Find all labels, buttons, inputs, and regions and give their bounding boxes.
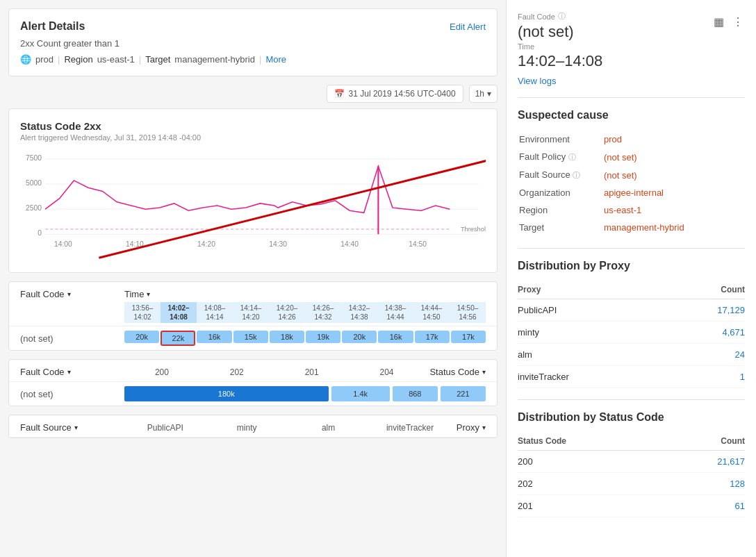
- dropdown-arrow-icon5: ▾: [74, 424, 78, 431]
- proxy-count: 1: [666, 366, 745, 388]
- fault-code-section: Fault Code ⓘ (not set): [518, 11, 574, 42]
- proxy-count: 17,129: [666, 299, 745, 322]
- more-options-button[interactable]: ⋮: [731, 14, 745, 30]
- target-value: management-hybrid: [174, 54, 255, 65]
- duration-select[interactable]: 1h ▾: [469, 85, 498, 103]
- chart-toolbar: 📅 31 Jul 2019 14:56 UTC-0400 1h ▾: [8, 85, 498, 103]
- environment-label: Environment: [519, 131, 602, 147]
- status-201-header: 201: [274, 367, 350, 377]
- dropdown-arrow-icon2: ▾: [147, 290, 150, 298]
- fault-status-table: Fault Code ▾ 200 202 201 204 Status Code…: [8, 359, 498, 406]
- fault-code-status-header[interactable]: Fault Code ▾: [20, 367, 124, 377]
- region-value: us-east-1: [97, 54, 135, 65]
- status-code-chart-card: Status Code 2xx Alert triggered Wednesda…: [8, 108, 498, 273]
- fault-policy-info-icon[interactable]: ⓘ: [568, 153, 576, 161]
- proxy-name: PublicAPI: [518, 299, 666, 322]
- proxy-table-row: inviteTracker1: [518, 366, 745, 388]
- fault-code-notset2: (not set): [20, 389, 124, 399]
- status-200-header: 200: [124, 367, 199, 377]
- fault-source-col-header[interactable]: Fault Source ▾: [20, 422, 124, 433]
- proxy-count: 4,671: [666, 322, 745, 344]
- fault-code-value: (not set): [518, 23, 574, 41]
- time-header-1438: 14:38–14:44: [377, 302, 413, 323]
- status-count-col-header: Count: [663, 432, 745, 451]
- status-table-row: 20021,617: [518, 451, 745, 473]
- chart-area: 7500 5000 2500 0 Threshold: [20, 150, 486, 261]
- status-code-col-header[interactable]: Status Code ▾: [429, 367, 486, 377]
- view-logs-link[interactable]: View logs: [518, 76, 556, 86]
- status-202-header: 202: [199, 367, 274, 377]
- fault-code-notset: (not set): [20, 333, 124, 344]
- fault-code-info-icon[interactable]: ⓘ: [558, 11, 566, 22]
- time-col-header[interactable]: Time ▾: [124, 289, 150, 299]
- proxy-invitetracker-header: inviteTracker: [369, 423, 450, 433]
- globe-icon: 🌐: [20, 54, 31, 65]
- fault-status-data-row: (not set) 180k 1.4k 868 221: [9, 382, 497, 406]
- dist-proxy-title: Distribution by Proxy: [518, 260, 745, 272]
- proxy-table-row: alm24: [518, 344, 745, 366]
- suspected-target-label: Target: [519, 219, 602, 235]
- svg-line-17: [99, 156, 486, 258]
- chart-subtitle: Alert triggered Wednesday, Jul 31, 2019 …: [20, 133, 486, 142]
- proxy-table-row: PublicAPI17,129: [518, 299, 745, 322]
- time-header-1420: 14:20–14:26: [269, 302, 305, 323]
- time-header-1432: 14:32–14:38: [341, 302, 377, 323]
- org-label: Organization: [519, 185, 602, 201]
- suspected-region-value: us-east-1: [604, 202, 743, 218]
- duration-value: 1h: [475, 89, 484, 99]
- suspected-target-value: management-hybrid: [604, 219, 743, 235]
- fault-code-label: Fault Code ⓘ: [518, 11, 574, 22]
- count-table-col-header: Count: [666, 281, 745, 299]
- fault-source-info-icon[interactable]: ⓘ: [573, 171, 580, 179]
- alert-title: Alert Details: [20, 20, 85, 33]
- time-header-1408: 14:08–14:14: [197, 302, 233, 323]
- fault-time-table: Fault Code ▾ Time ▾ 13:56–14:02 14:02–14…: [8, 281, 498, 351]
- date-value: 31 Jul 2019 14:56 UTC-0400: [349, 89, 456, 99]
- status-code-cell: 200: [518, 451, 663, 473]
- status-bar-202: 1.4k: [331, 386, 390, 401]
- suspected-region-label: Region: [519, 202, 602, 218]
- svg-text:14:20: 14:20: [197, 240, 215, 248]
- suspected-region-row: Region us-east-1: [519, 202, 743, 218]
- fault-source-value: (not set): [604, 167, 743, 183]
- target-label: Target: [145, 54, 170, 65]
- proxy-name: minty: [518, 322, 666, 344]
- status-code-cell: 201: [518, 495, 663, 517]
- more-link[interactable]: More: [265, 54, 286, 65]
- proxy-table-col-header: Proxy: [518, 281, 666, 299]
- svg-text:14:50: 14:50: [409, 240, 427, 248]
- proxy-table-row: minty4,671: [518, 322, 745, 344]
- alert-details-card: Alert Details Edit Alert 2xx Count great…: [8, 8, 498, 76]
- svg-text:Threshold: Threshold: [461, 226, 486, 233]
- suspected-target-row: Target management-hybrid: [519, 219, 743, 235]
- dropdown-arrow-icon3: ▾: [67, 368, 71, 376]
- suspected-cause-title: Suspected cause: [518, 109, 745, 122]
- bar-chart-icon-button[interactable]: ▦: [712, 14, 725, 30]
- dropdown-arrow-icon6: ▾: [482, 424, 486, 431]
- org-value: apigee-internal: [604, 185, 743, 201]
- proxy-col-header[interactable]: Proxy ▾: [457, 422, 486, 433]
- calendar-icon: 📅: [334, 89, 345, 99]
- suspected-fault-source-row: Fault Source ⓘ (not set): [519, 167, 743, 183]
- dropdown-arrow-icon: ▾: [67, 290, 71, 298]
- time-value: 14:02–14:08: [518, 52, 745, 70]
- alert-header: Alert Details Edit Alert: [20, 20, 486, 33]
- svg-text:14:00: 14:00: [54, 240, 72, 248]
- time-header-1414: 14:14–14:20: [233, 302, 269, 323]
- status-table-row: 202128: [518, 473, 745, 495]
- edit-alert-link[interactable]: Edit Alert: [450, 22, 486, 32]
- proxy-name: alm: [518, 344, 666, 366]
- time-header-1402: 14:02–14:08: [161, 302, 197, 323]
- environment-value: prod: [604, 131, 743, 147]
- time-header-1450: 14:50–14:56: [450, 302, 486, 323]
- date-picker-button[interactable]: 📅 31 Jul 2019 14:56 UTC-0400: [327, 85, 463, 103]
- suspected-fault-policy-row: Fault Policy ⓘ (not set): [519, 149, 743, 165]
- dist-status-table: Status Code Count 20021,61720212820161: [518, 432, 745, 517]
- fault-source-label: Fault Source ⓘ: [519, 167, 602, 183]
- status-table-row: 20161: [518, 495, 745, 517]
- status-bar-200: 180k: [124, 386, 329, 401]
- svg-text:2500: 2500: [26, 204, 42, 212]
- fault-policy-value: (not set): [604, 149, 743, 165]
- fault-code-col-header[interactable]: Fault Code ▾: [20, 289, 124, 299]
- right-panel: Fault Code ⓘ (not set) ▦ ⋮ Time 14:02–14…: [506, 0, 756, 557]
